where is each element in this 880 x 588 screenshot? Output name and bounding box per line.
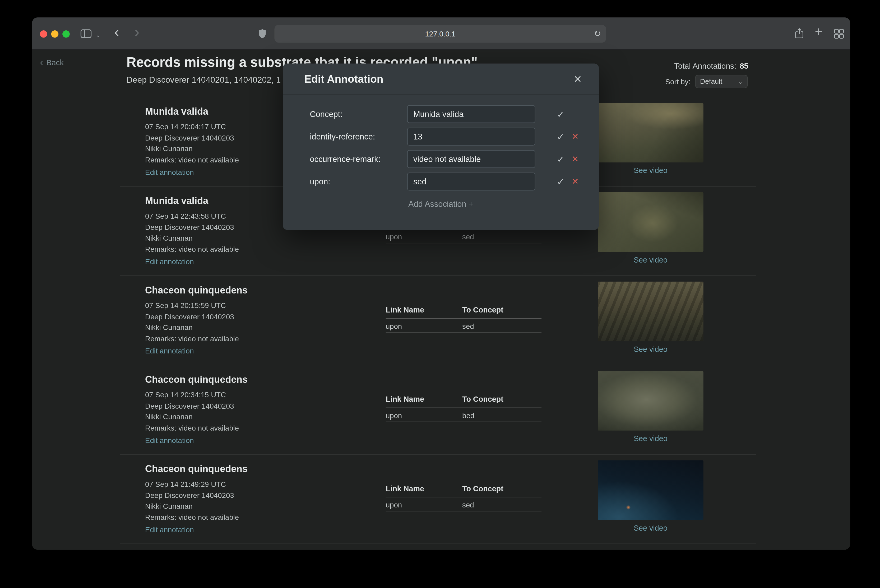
record-info: Chaceon quinquedens 07 Sep 14 20:34:15 U… [145,374,248,445]
assoc-to-concept-value: sed [462,319,474,332]
edit-annotation-link[interactable]: Edit annotation [145,168,194,177]
association-row: upon sed [386,319,542,333]
record-vessel: Deep Discoverer 14040203 [145,400,248,411]
close-icon[interactable]: ✕ [574,73,582,86]
associations-table: Link Name To Concept upon sed [386,304,542,333]
record-concept: Munida valida [145,195,239,207]
see-video-link[interactable]: See video [634,435,668,443]
record-observer: Nikki Cunanan [145,233,239,243]
assoc-to-concept-value: sed [462,497,474,511]
record-info: Munida valida 07 Sep 14 22:43:58 UTC Dee… [145,195,239,266]
remove-cross-icon[interactable]: ✕ [570,154,580,164]
field-label: occurrence-remark: [310,154,407,164]
record-timestamp: 07 Sep 14 22:43:58 UTC [145,211,239,222]
record-timestamp: 07 Sep 14 20:04:17 UTC [145,122,239,132]
sidebar-toggle-icon[interactable] [80,29,92,40]
record-concept: Chaceon quinquedens [145,285,248,296]
confirm-check-icon[interactable]: ✓ [556,176,566,187]
occurrence-remark-input[interactable] [407,150,535,168]
confirm-check-icon[interactable]: ✓ [556,131,566,142]
total-annotations-label: Total Annotations: [674,61,736,70]
share-icon[interactable] [794,27,804,41]
window-minimize-button[interactable] [51,30,59,38]
record-info: Munida valida 07 Sep 14 20:04:17 UTC Dee… [145,106,239,177]
assoc-to-concept-header: To Concept [462,304,503,318]
associations-table: Link Name To Concept upon sed [386,483,542,512]
record-remarks: Remarks: video not available [145,154,239,165]
record-vessel: Deep Discoverer 14040203 [145,311,248,322]
see-video-link[interactable]: See video [634,166,668,175]
confirm-check-icon[interactable]: ✓ [556,109,566,119]
field-label: Concept: [310,110,407,118]
record-media: See video [598,371,703,443]
assoc-to-concept-header: To Concept [462,393,503,407]
remove-cross-icon[interactable]: ✕ [570,177,580,186]
associations-table: Link Name To Concept upon bed [386,393,542,422]
modal-header: Edit Annotation ✕ [283,63,599,95]
identity-reference-input[interactable] [407,128,535,146]
modal-body: Concept: ✓ identity-reference: ✓ ✕ occur… [283,95,599,191]
browser-titlebar: ⌄ ‹ › 127.0.0.1 ↻ + [32,17,850,50]
browser-back-button[interactable]: ‹ [114,25,119,40]
record-remarks: Remarks: video not available [145,422,248,433]
concept-input[interactable] [407,105,535,123]
associations-header-row: Link Name To Concept [386,393,542,408]
reload-icon[interactable]: ↻ [594,29,601,39]
record-vessel: Deep Discoverer 14040203 [145,132,239,143]
remove-cross-icon[interactable]: ✕ [570,132,580,142]
total-annotations-value: 85 [740,61,748,70]
sort-dropdown[interactable]: Default ⌄ [695,75,748,88]
assoc-to-concept-value: sed [462,229,474,243]
record-concept: Chaceon quinquedens [145,374,248,386]
traffic-lights [40,30,70,38]
edit-annotation-link[interactable]: Edit annotation [145,436,194,445]
sort-by-label: Sort by: [665,77,691,86]
record-thumbnail [598,282,703,341]
confirm-check-icon[interactable]: ✓ [556,154,566,164]
association-row: upon bed [386,408,542,422]
window-close-button[interactable] [40,30,47,38]
field-label: identity-reference: [310,132,407,141]
chevron-down-icon[interactable]: ⌄ [96,32,101,38]
see-video-link[interactable]: See video [634,524,668,532]
modal-title: Edit Annotation [304,73,383,86]
edit-annotation-link[interactable]: Edit annotation [145,347,194,355]
assoc-link-name-header: Link Name [386,393,462,407]
edit-annotation-link[interactable]: Edit annotation [145,525,194,534]
upon-input[interactable] [407,172,535,190]
sort-controls: Sort by: Default ⌄ [665,75,748,88]
back-link[interactable]: ‹Back [40,57,64,68]
record-vessel: Deep Discoverer 14040203 [145,222,239,232]
new-tab-icon[interactable]: + [815,26,823,39]
privacy-shield-icon[interactable] [258,29,267,40]
browser-forward-button[interactable]: › [135,25,140,40]
record-timestamp: 07 Sep 14 21:49:29 UTC [145,479,248,490]
sort-dropdown-value: Default [700,78,722,86]
see-video-link[interactable]: See video [634,256,668,264]
url-bar[interactable]: 127.0.0.1 ↻ [274,25,606,43]
back-chevron-icon: ‹ [40,57,43,67]
association-row: upon sed [386,497,542,512]
record-media: See video [598,460,703,533]
window-zoom-button[interactable] [62,30,70,38]
screen: ⌄ ‹ › 127.0.0.1 ↻ + ‹Back Records missin… [0,0,880,588]
record-concept: Chaceon quinquedens [145,464,248,475]
tab-overview-icon[interactable] [834,29,844,40]
field-row-concept: Concept: ✓ [310,105,599,123]
record-timestamp: 07 Sep 14 20:15:59 UTC [145,300,248,311]
add-association-button[interactable]: Add Association + [283,200,599,208]
annotation-row: Chaceon quinquedens 07 Sep 14 21:49:29 U… [120,454,756,543]
assoc-link-value: upon [386,229,462,243]
assoc-link-name-header: Link Name [386,304,462,318]
record-media: See video [598,192,703,265]
annotation-row: Chaceon quinquedens 07 Sep 14 20:15:59 U… [120,276,756,365]
record-info: Chaceon quinquedens 07 Sep 14 20:15:59 U… [145,285,248,356]
record-remarks: Remarks: video not available [145,512,248,522]
back-label: Back [46,58,64,67]
annotation-row: Chaceon quinquedens 07 Sep 14 20:34:15 U… [120,365,756,454]
record-timestamp: 07 Sep 14 20:34:15 UTC [145,390,248,400]
edit-annotation-link[interactable]: Edit annotation [145,258,194,266]
see-video-link[interactable]: See video [634,345,668,353]
assoc-link-value: upon [386,408,462,422]
field-row-occurrence-remark: occurrence-remark: ✓ ✕ [310,150,599,168]
